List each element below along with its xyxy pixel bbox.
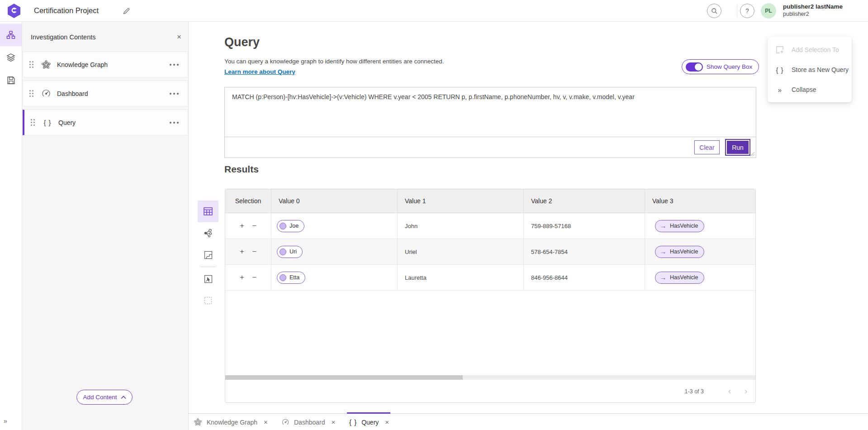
close-tab-button[interactable]: × bbox=[264, 418, 268, 426]
remove-from-selection-button[interactable]: − bbox=[252, 222, 256, 230]
item-menu-button[interactable] bbox=[170, 122, 179, 124]
menu-item-store-as-new-query[interactable]: { } Store as New Query bbox=[768, 60, 852, 80]
app-logo-icon bbox=[7, 3, 21, 19]
dashboard-icon bbox=[281, 418, 289, 426]
arrow-right-icon: → bbox=[660, 248, 666, 255]
user-avatar[interactable]: PL bbox=[761, 3, 776, 19]
map-add-icon bbox=[204, 275, 213, 283]
drag-handle[interactable] bbox=[29, 90, 33, 97]
close-tab-button[interactable]: × bbox=[332, 418, 336, 426]
next-page-button[interactable]: › bbox=[739, 385, 753, 398]
close-panel-button[interactable]: × bbox=[175, 33, 184, 42]
expand-panel-button[interactable]: » bbox=[4, 417, 7, 425]
column-header-selection[interactable]: Selection bbox=[225, 189, 271, 213]
cell-phone[interactable]: 578-654-7854 bbox=[524, 239, 645, 264]
dashboard-icon bbox=[41, 89, 52, 99]
cell-phone[interactable]: 846-956-8644 bbox=[524, 265, 645, 290]
scrollbar-thumb[interactable] bbox=[225, 375, 463, 380]
add-to-map-button[interactable] bbox=[198, 268, 218, 290]
pagination: 1-3 of 3 ‹ › bbox=[225, 380, 755, 403]
pencil-icon bbox=[123, 7, 130, 15]
table-row: + − Etta Lauretta 846-956-8644 → HasVehi… bbox=[225, 265, 755, 291]
relationship-chip[interactable]: → HasVehicle bbox=[655, 220, 704, 232]
close-tab-button[interactable]: × bbox=[385, 418, 389, 426]
close-icon: × bbox=[177, 33, 181, 42]
column-header-value3[interactable]: Value 3 bbox=[645, 189, 755, 213]
table-icon bbox=[204, 207, 213, 215]
search-icon bbox=[711, 8, 718, 14]
results-table: Selection Value 0 Value 1 Value 2 Value … bbox=[225, 189, 756, 403]
item-menu-button[interactable] bbox=[170, 93, 179, 95]
cell-phone[interactable]: 759-889-57168 bbox=[524, 213, 645, 239]
toggle-switch[interactable] bbox=[686, 62, 703, 72]
column-header-value2[interactable]: Value 2 bbox=[524, 189, 645, 213]
remove-from-selection-button[interactable]: − bbox=[252, 248, 256, 256]
header-divider bbox=[737, 5, 737, 17]
sidebar-item-query[interactable]: { } Query bbox=[23, 110, 188, 135]
map-view-button[interactable] bbox=[198, 244, 218, 266]
column-header-value0[interactable]: Value 0 bbox=[271, 189, 398, 213]
resize-grip-icon[interactable] bbox=[750, 152, 755, 157]
drag-handle[interactable] bbox=[31, 119, 35, 126]
rail-save-button[interactable] bbox=[0, 69, 22, 91]
item-menu-button[interactable] bbox=[170, 64, 179, 66]
knowledge-graph-icon bbox=[41, 60, 52, 70]
run-button-focus-ring: Run bbox=[725, 139, 750, 156]
entity-icon bbox=[280, 274, 286, 281]
column-header-value1[interactable]: Value 1 bbox=[398, 189, 524, 213]
show-query-box-toggle[interactable]: Show Query Box bbox=[682, 59, 759, 74]
cell-first-name[interactable]: John bbox=[398, 213, 524, 239]
tab-dashboard[interactable]: Dashboard × bbox=[281, 414, 335, 430]
entity-chip[interactable]: Joe bbox=[277, 220, 304, 232]
sidebar-item-label: Query bbox=[58, 119, 76, 126]
layers-icon bbox=[6, 53, 15, 62]
learn-more-link[interactable]: Learn more about Query bbox=[224, 68, 295, 75]
page-title: Query bbox=[224, 35, 260, 49]
knowledge-graph-icon bbox=[194, 418, 202, 426]
selection-view-button bbox=[198, 290, 218, 311]
entity-icon bbox=[280, 223, 286, 229]
tab-query[interactable]: { } Query × bbox=[349, 414, 389, 430]
table-view-button[interactable] bbox=[198, 201, 218, 222]
braces-icon: { } bbox=[775, 66, 784, 74]
relationship-chip[interactable]: → HasVehicle bbox=[655, 272, 704, 284]
relationship-chip[interactable]: → HasVehicle bbox=[655, 246, 704, 258]
search-button[interactable] bbox=[707, 4, 721, 18]
run-button[interactable]: Run bbox=[727, 141, 749, 154]
clear-button[interactable]: Clear bbox=[694, 140, 720, 154]
add-to-selection-button[interactable]: + bbox=[240, 248, 244, 256]
menu-item-collapse[interactable]: » Collapse bbox=[768, 80, 852, 100]
previous-page-button[interactable]: ‹ bbox=[723, 385, 736, 398]
query-card: MATCH (p:Person)-[hv:HasVehicle]->(v:Veh… bbox=[224, 87, 756, 158]
help-button[interactable]: ? bbox=[740, 4, 754, 18]
table-row: + − Joe John 759-889-57168 → HasVehicle bbox=[225, 213, 755, 239]
bottom-tab-bar: Knowledge Graph × Dashboard × { } Query … bbox=[189, 413, 868, 430]
rail-layers-button[interactable] bbox=[0, 46, 22, 69]
braces-icon: { } bbox=[42, 119, 53, 126]
toggle-label: Show Query Box bbox=[707, 63, 752, 70]
add-content-button[interactable]: Add Content bbox=[76, 390, 133, 405]
entity-chip[interactable]: Uri bbox=[277, 246, 303, 258]
toolbar-divider bbox=[200, 267, 216, 267]
sidebar-item-dashboard[interactable]: Dashboard bbox=[23, 81, 188, 106]
query-description: You can query a knowledge graph to ident… bbox=[224, 58, 444, 65]
cell-first-name[interactable]: Uriel bbox=[398, 239, 524, 264]
query-input[interactable]: MATCH (p:Person)-[hv:HasVehicle]->(v:Veh… bbox=[225, 87, 756, 137]
edit-title-button[interactable] bbox=[120, 5, 132, 17]
user-menu[interactable]: publisher2 lastName publisher2 bbox=[783, 3, 843, 18]
left-rail: » bbox=[0, 22, 22, 430]
drag-handle[interactable] bbox=[29, 61, 33, 68]
horizontal-scrollbar[interactable] bbox=[225, 375, 755, 380]
menu-item-add-selection-to: Add Selection To bbox=[768, 40, 852, 60]
entity-chip[interactable]: Etta bbox=[277, 272, 305, 284]
rail-investigation-contents-button[interactable] bbox=[0, 24, 22, 46]
sidebar-item-knowledge-graph[interactable]: Knowledge Graph bbox=[23, 52, 188, 77]
query-options-menu: Add Selection To { } Store as New Query … bbox=[768, 37, 852, 102]
add-to-selection-button[interactable]: + bbox=[240, 273, 244, 282]
tab-knowledge-graph[interactable]: Knowledge Graph × bbox=[194, 414, 268, 430]
remove-from-selection-button[interactable]: − bbox=[252, 273, 256, 282]
add-to-selection-button[interactable]: + bbox=[240, 222, 244, 230]
link-chart-view-button[interactable] bbox=[198, 222, 218, 244]
cell-first-name[interactable]: Lauretta bbox=[398, 265, 524, 290]
question-icon: ? bbox=[745, 7, 749, 14]
